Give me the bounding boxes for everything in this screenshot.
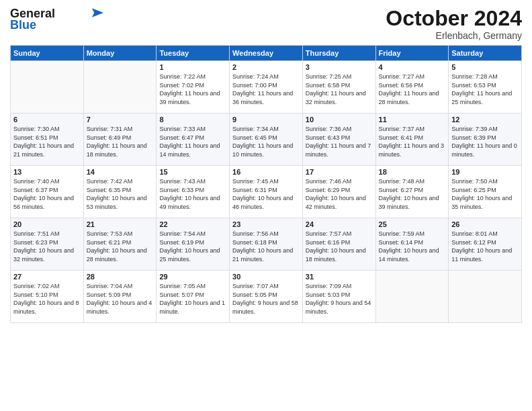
calendar-title-block: October 2024 Erlenbach, Germany	[386, 7, 522, 41]
day-details: Sunrise: 7:28 AM Sunset: 6:53 PM Dayligh…	[451, 73, 519, 106]
day-number: 17	[306, 168, 373, 176]
logo-blue: Blue	[10, 18, 36, 32]
calendar-cell: 29Sunrise: 7:05 AM Sunset: 5:07 PM Dayli…	[157, 271, 230, 323]
day-number: 5	[451, 63, 519, 71]
calendar-cell	[11, 61, 84, 113]
calendar-cell: 14Sunrise: 7:42 AM Sunset: 6:35 PM Dayli…	[83, 166, 157, 218]
day-number: 3	[306, 63, 373, 71]
day-number: 20	[13, 220, 81, 228]
day-details: Sunrise: 7:51 AM Sunset: 6:23 PM Dayligh…	[13, 230, 81, 263]
svg-marker-0	[92, 8, 103, 17]
day-details: Sunrise: 7:57 AM Sunset: 6:16 PM Dayligh…	[306, 230, 373, 263]
day-number: 2	[232, 63, 300, 71]
calendar-week-row: 6Sunrise: 7:30 AM Sunset: 6:51 PM Daylig…	[11, 113, 522, 166]
day-number: 29	[159, 273, 226, 281]
day-details: Sunrise: 7:42 AM Sunset: 6:35 PM Dayligh…	[87, 177, 154, 211]
day-details: Sunrise: 7:25 AM Sunset: 6:58 PM Dayligh…	[306, 73, 373, 106]
day-details: Sunrise: 7:46 AM Sunset: 6:29 PM Dayligh…	[306, 177, 373, 211]
day-details: Sunrise: 7:09 AM Sunset: 5:03 PM Dayligh…	[306, 282, 373, 316]
calendar-week-row: 27Sunrise: 7:02 AM Sunset: 5:10 PM Dayli…	[11, 271, 522, 323]
calendar-cell: 24Sunrise: 7:57 AM Sunset: 6:16 PM Dayli…	[302, 218, 375, 271]
day-number: 9	[232, 116, 300, 124]
day-number: 28	[87, 273, 154, 281]
day-details: Sunrise: 7:24 AM Sunset: 7:00 PM Dayligh…	[232, 73, 300, 106]
day-details: Sunrise: 7:45 AM Sunset: 6:31 PM Dayligh…	[232, 177, 300, 211]
weekday-header-thursday: Thursday	[302, 46, 375, 61]
calendar-week-row: 13Sunrise: 7:40 AM Sunset: 6:37 PM Dayli…	[11, 166, 522, 218]
day-number: 26	[451, 220, 519, 228]
calendar-cell: 30Sunrise: 7:07 AM Sunset: 5:05 PM Dayli…	[230, 271, 303, 323]
calendar-cell: 3Sunrise: 7:25 AM Sunset: 6:58 PM Daylig…	[302, 61, 375, 113]
day-number: 6	[13, 116, 81, 124]
day-details: Sunrise: 7:31 AM Sunset: 6:49 PM Dayligh…	[87, 125, 154, 158]
calendar-table: SundayMondayTuesdayWednesdayThursdayFrid…	[10, 45, 522, 323]
calendar-cell: 21Sunrise: 7:53 AM Sunset: 6:21 PM Dayli…	[83, 218, 157, 271]
day-details: Sunrise: 7:04 AM Sunset: 5:09 PM Dayligh…	[87, 282, 154, 316]
logo-arrow-icon	[87, 8, 103, 17]
calendar-week-row: 1Sunrise: 7:22 AM Sunset: 7:02 PM Daylig…	[11, 61, 522, 113]
day-details: Sunrise: 7:48 AM Sunset: 6:27 PM Dayligh…	[379, 177, 446, 211]
day-details: Sunrise: 7:40 AM Sunset: 6:37 PM Dayligh…	[13, 177, 81, 211]
day-details: Sunrise: 7:59 AM Sunset: 6:14 PM Dayligh…	[379, 230, 446, 263]
day-number: 22	[159, 220, 226, 228]
day-details: Sunrise: 8:01 AM Sunset: 6:12 PM Dayligh…	[451, 230, 519, 263]
month-title: October 2024	[386, 7, 522, 30]
day-details: Sunrise: 7:43 AM Sunset: 6:33 PM Dayligh…	[159, 177, 226, 211]
calendar-cell: 9Sunrise: 7:34 AM Sunset: 6:45 PM Daylig…	[230, 113, 303, 166]
day-details: Sunrise: 7:53 AM Sunset: 6:21 PM Dayligh…	[87, 230, 154, 263]
day-number: 25	[379, 220, 446, 228]
day-details: Sunrise: 7:50 AM Sunset: 6:25 PM Dayligh…	[451, 177, 519, 211]
calendar-cell: 8Sunrise: 7:33 AM Sunset: 6:47 PM Daylig…	[157, 113, 230, 166]
calendar-cell: 12Sunrise: 7:39 AM Sunset: 6:39 PM Dayli…	[449, 113, 522, 166]
day-number: 1	[159, 63, 226, 71]
calendar-cell: 28Sunrise: 7:04 AM Sunset: 5:09 PM Dayli…	[83, 271, 157, 323]
calendar-cell: 7Sunrise: 7:31 AM Sunset: 6:49 PM Daylig…	[83, 113, 157, 166]
day-number: 31	[306, 273, 373, 281]
calendar-cell: 26Sunrise: 8:01 AM Sunset: 6:12 PM Dayli…	[449, 218, 522, 271]
day-number: 8	[159, 116, 226, 124]
calendar-cell	[375, 271, 449, 323]
day-details: Sunrise: 7:33 AM Sunset: 6:47 PM Dayligh…	[159, 125, 226, 158]
calendar-cell: 5Sunrise: 7:28 AM Sunset: 6:53 PM Daylig…	[449, 61, 522, 113]
calendar-cell: 25Sunrise: 7:59 AM Sunset: 6:14 PM Dayli…	[375, 218, 449, 271]
calendar-cell: 17Sunrise: 7:46 AM Sunset: 6:29 PM Dayli…	[302, 166, 375, 218]
day-number: 14	[87, 168, 154, 176]
day-details: Sunrise: 7:05 AM Sunset: 5:07 PM Dayligh…	[159, 282, 226, 316]
day-details: Sunrise: 7:56 AM Sunset: 6:18 PM Dayligh…	[232, 230, 300, 263]
day-number: 11	[379, 116, 446, 124]
day-details: Sunrise: 7:02 AM Sunset: 5:10 PM Dayligh…	[13, 282, 81, 316]
location-subtitle: Erlenbach, Germany	[386, 30, 522, 41]
calendar-cell: 31Sunrise: 7:09 AM Sunset: 5:03 PM Dayli…	[302, 271, 375, 323]
day-details: Sunrise: 7:30 AM Sunset: 6:51 PM Dayligh…	[13, 125, 81, 158]
calendar-cell: 22Sunrise: 7:54 AM Sunset: 6:19 PM Dayli…	[157, 218, 230, 271]
day-number: 7	[87, 116, 154, 124]
day-details: Sunrise: 7:39 AM Sunset: 6:39 PM Dayligh…	[451, 125, 519, 158]
day-details: Sunrise: 7:22 AM Sunset: 7:02 PM Dayligh…	[159, 73, 226, 106]
calendar-cell: 10Sunrise: 7:36 AM Sunset: 6:43 PM Dayli…	[302, 113, 375, 166]
calendar-cell: 18Sunrise: 7:48 AM Sunset: 6:27 PM Dayli…	[375, 166, 449, 218]
weekday-header-friday: Friday	[375, 46, 449, 61]
day-number: 19	[451, 168, 519, 176]
day-details: Sunrise: 7:54 AM Sunset: 6:19 PM Dayligh…	[159, 230, 226, 263]
day-number: 15	[159, 168, 226, 176]
day-number: 4	[379, 63, 446, 71]
day-details: Sunrise: 7:37 AM Sunset: 6:41 PM Dayligh…	[379, 125, 446, 158]
calendar-cell: 11Sunrise: 7:37 AM Sunset: 6:41 PM Dayli…	[375, 113, 449, 166]
logo: General Blue	[10, 7, 103, 32]
day-number: 21	[87, 220, 154, 228]
calendar-cell: 6Sunrise: 7:30 AM Sunset: 6:51 PM Daylig…	[11, 113, 84, 166]
day-number: 13	[13, 168, 81, 176]
day-number: 27	[13, 273, 81, 281]
day-details: Sunrise: 7:07 AM Sunset: 5:05 PM Dayligh…	[232, 282, 300, 316]
day-number: 16	[232, 168, 300, 176]
calendar-cell: 16Sunrise: 7:45 AM Sunset: 6:31 PM Dayli…	[230, 166, 303, 218]
weekday-header-monday: Monday	[83, 46, 157, 61]
day-details: Sunrise: 7:34 AM Sunset: 6:45 PM Dayligh…	[232, 125, 300, 158]
calendar-cell: 13Sunrise: 7:40 AM Sunset: 6:37 PM Dayli…	[11, 166, 84, 218]
calendar-cell: 2Sunrise: 7:24 AM Sunset: 7:00 PM Daylig…	[230, 61, 303, 113]
day-number: 12	[451, 116, 519, 124]
calendar-cell	[83, 61, 157, 113]
calendar-cell: 4Sunrise: 7:27 AM Sunset: 6:56 PM Daylig…	[375, 61, 449, 113]
day-number: 30	[232, 273, 300, 281]
calendar-cell: 20Sunrise: 7:51 AM Sunset: 6:23 PM Dayli…	[11, 218, 84, 271]
